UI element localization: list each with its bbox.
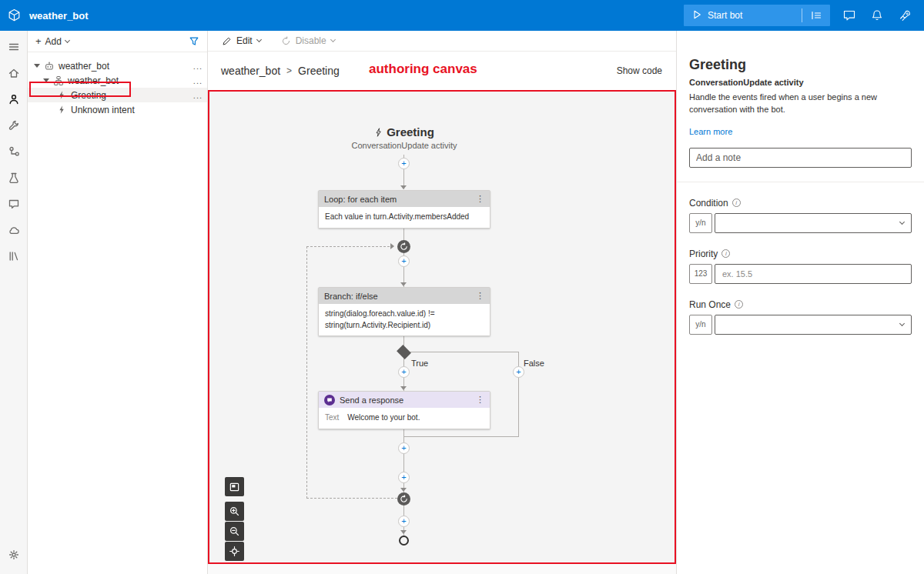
runtime-panel-icon[interactable] — [802, 5, 830, 26]
user-flow-icon[interactable] — [3, 142, 25, 162]
top-bar: weather_bot Start bot — [0, 0, 924, 31]
caret-down-icon[interactable] — [34, 64, 40, 68]
start-bot-button[interactable]: Start bot — [684, 5, 830, 26]
tree-item-bot[interactable]: weather_bot ... — [28, 58, 207, 73]
node-menu-icon[interactable]: ⋮ — [476, 194, 484, 204]
authoring-canvas[interactable]: Greeting ConversationUpdate activity Loo… — [208, 90, 676, 564]
cloud-icon[interactable] — [3, 220, 25, 240]
trigger-bolt-icon — [57, 105, 67, 115]
main-area: Edit Disable weather_bot > Greeting auth… — [208, 31, 676, 574]
notifications-bell-icon[interactable] — [869, 7, 886, 24]
chat-icon[interactable] — [3, 194, 25, 214]
chevron-down-icon — [899, 219, 905, 225]
properties-panel: Greeting ConversationUpdate activity Han… — [676, 31, 924, 574]
properties-description: Handle the events fired when a user begi… — [689, 92, 912, 116]
add-action-button[interactable]: + — [513, 366, 524, 378]
node-menu-icon[interactable]: ⋮ — [476, 291, 484, 301]
show-code-button[interactable]: Show code — [617, 65, 662, 76]
info-icon: i — [735, 300, 743, 309]
design-icon[interactable] — [3, 89, 25, 109]
left-nav-rail — [0, 31, 28, 574]
composer-logo-icon — [0, 8, 28, 22]
filter-funnel-icon[interactable] — [189, 36, 199, 47]
panel-divider — [677, 182, 924, 182]
tree-item-greeting[interactable]: Greeting ... — [28, 88, 207, 102]
disable-menu-button[interactable]: Disable — [281, 35, 335, 46]
chevron-down-icon — [330, 37, 336, 42]
annotation-canvas-label: authoring canvas — [369, 62, 477, 77]
condition-dropdown[interactable] — [715, 213, 912, 233]
edit-menu-button[interactable]: Edit — [222, 35, 261, 46]
arrowhead — [390, 243, 394, 249]
fit-view-button[interactable] — [225, 542, 244, 561]
zoom-in-button[interactable] — [225, 502, 244, 521]
add-action-button[interactable]: + — [398, 472, 410, 483]
trigger-bolt-icon — [374, 127, 383, 138]
plus-icon: + — [35, 35, 42, 47]
condition-label: Condition — [689, 198, 728, 209]
add-button[interactable]: + Add — [35, 35, 69, 47]
home-icon[interactable] — [3, 63, 25, 83]
edge — [403, 436, 519, 437]
dialog-tree-panel: + Add weather_bot ... weather_bot ... — [28, 31, 208, 574]
loop-back-edge — [306, 498, 397, 499]
add-action-button[interactable]: + — [398, 255, 410, 267]
send-response-node[interactable]: Send a response ⋮ Text Welcome to your b… — [318, 391, 490, 429]
canvas-toolbar: Edit Disable — [208, 31, 676, 52]
condition-type-badge: y/n — [689, 213, 712, 233]
pencil-icon — [222, 36, 232, 46]
arrowhead — [400, 530, 407, 534]
caret-down-icon[interactable] — [43, 78, 49, 82]
dialog-flow-icon — [53, 75, 64, 86]
learn-more-link[interactable]: Learn more — [689, 127, 732, 136]
add-action-button[interactable]: + — [398, 516, 410, 527]
true-branch-label: True — [411, 359, 428, 368]
more-options-icon[interactable]: ... — [193, 76, 203, 85]
arrowhead — [400, 185, 407, 189]
arrowhead — [400, 488, 407, 492]
trigger-header[interactable]: Greeting ConversationUpdate activity — [318, 125, 490, 150]
zoom-out-button[interactable] — [225, 522, 244, 541]
send-response-icon — [324, 395, 335, 405]
note-input[interactable] — [689, 148, 912, 168]
rocket-publish-icon[interactable] — [896, 7, 913, 24]
more-options-icon[interactable]: ... — [193, 62, 203, 71]
add-action-button[interactable]: + — [398, 158, 410, 169]
minimap-button[interactable] — [225, 477, 244, 496]
tree-item-label: weather_bot — [59, 61, 109, 72]
more-options-icon[interactable]: ... — [193, 91, 203, 100]
tree-item-label: Unknown intent — [71, 105, 135, 115]
loop-node[interactable]: Loop: for each item ⋮ Each value in turn… — [318, 190, 490, 229]
chevron-down-icon — [899, 321, 905, 326]
tree-item-dialog[interactable]: weather_bot ... — [28, 73, 207, 88]
condition-field-group: Condition i y/n — [689, 198, 912, 233]
trigger-bolt-icon — [57, 90, 67, 100]
tree-item-unknown-intent[interactable]: Unknown intent — [28, 102, 207, 117]
properties-title: Greeting — [689, 57, 912, 73]
node-menu-icon[interactable]: ⋮ — [476, 395, 484, 405]
bottom-strip — [208, 564, 676, 574]
priority-type-badge: 123 — [689, 264, 712, 284]
properties-subtitle: ConversationUpdate activity — [689, 78, 912, 87]
comment-icon[interactable] — [841, 7, 858, 24]
loop-end-marker[interactable] — [397, 492, 410, 506]
trigger-subtitle: ConversationUpdate activity — [318, 141, 490, 150]
library-icon[interactable] — [3, 246, 25, 266]
end-marker — [399, 536, 409, 546]
build-wrench-icon[interactable] — [3, 115, 25, 135]
breadcrumb-dialog[interactable]: weather_bot — [221, 65, 280, 77]
menu-icon[interactable] — [3, 37, 25, 57]
breadcrumb: weather_bot > Greeting — [221, 65, 340, 77]
breadcrumb-separator: > — [286, 65, 292, 76]
branch-node[interactable]: Branch: if/else ⋮ string(dialog.foreach.… — [318, 287, 490, 336]
add-action-button[interactable]: + — [398, 442, 410, 454]
settings-gear-icon[interactable] — [3, 545, 25, 565]
disable-label: Disable — [296, 35, 326, 46]
loop-begin-marker[interactable] — [397, 240, 410, 253]
add-action-button[interactable]: + — [398, 366, 410, 378]
send-response-title: Send a response — [340, 395, 471, 405]
test-beaker-icon[interactable] — [3, 168, 25, 188]
edit-label: Edit — [236, 35, 253, 46]
run-once-dropdown[interactable] — [715, 315, 912, 335]
priority-input[interactable] — [715, 264, 912, 284]
